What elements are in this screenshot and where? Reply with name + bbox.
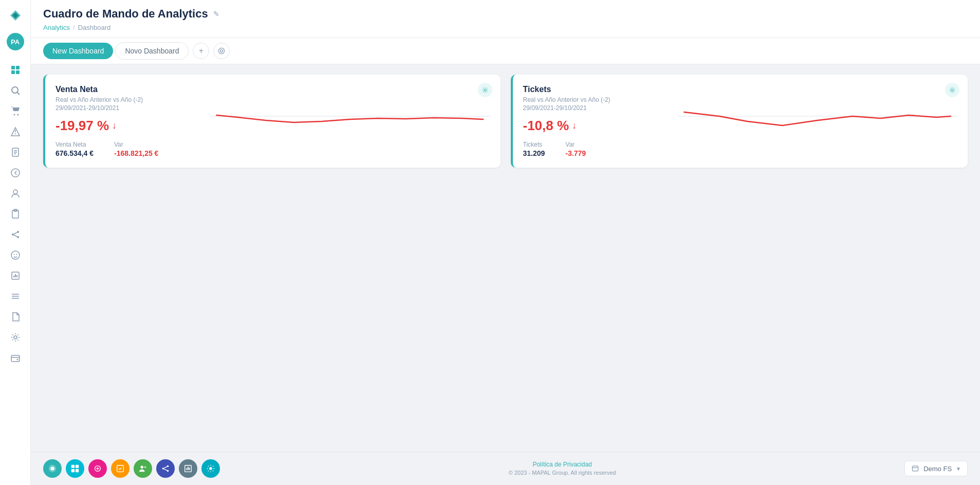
app-icon-reports[interactable]: [179, 459, 197, 478]
svg-point-7: [17, 114, 19, 116]
svg-point-62: [209, 467, 212, 470]
cart-icon[interactable]: [6, 102, 25, 120]
svg-point-55: [167, 470, 169, 472]
svg-point-36: [220, 50, 223, 52]
svg-rect-63: [913, 466, 918, 471]
svg-point-19: [17, 236, 19, 238]
card2-subtitle: Real vs Año Anterior vs Año (-2): [523, 96, 677, 103]
grid-icon[interactable]: [6, 61, 25, 79]
svg-rect-45: [71, 469, 75, 472]
svg-rect-43: [71, 465, 75, 468]
wallet-icon[interactable]: [6, 349, 25, 367]
edit-icon[interactable]: ✎: [213, 10, 219, 18]
app-icon-dashboard[interactable]: [66, 459, 84, 478]
card-settings-icon-1[interactable]: [478, 83, 492, 97]
card2-label2: Var: [565, 141, 586, 148]
breadcrumb-separator: /: [73, 24, 75, 31]
card1-value2: -168.821,25 €: [114, 149, 158, 157]
doc-icon[interactable]: [6, 143, 25, 161]
avatar[interactable]: PA: [7, 33, 24, 50]
sidebar: PA €: [0, 0, 31, 485]
card2-value1: 31.209: [523, 149, 545, 157]
card-settings-icon-2[interactable]: [945, 83, 959, 97]
tab-novo-dashboard[interactable]: Novo Dashboard: [115, 42, 189, 60]
svg-point-22: [11, 251, 20, 259]
tab-new-dashboard[interactable]: New Dashboard: [43, 43, 113, 59]
svg-rect-3: [16, 70, 20, 74]
header: Cuadro de Mando de Analytics ✎ Analytics…: [31, 0, 980, 38]
card1-date: 29/09/2021-29/10/2021: [56, 104, 210, 112]
app-icon-settings[interactable]: [201, 459, 220, 478]
logo[interactable]: [6, 6, 25, 25]
footer-center: Política de Privacidad © 2023 - MAPAL Gr…: [509, 461, 616, 476]
svg-text:€: €: [14, 170, 17, 176]
share-button[interactable]: [213, 43, 230, 59]
svg-line-5: [17, 93, 20, 95]
page-title: Cuadro de Mando de Analytics: [43, 7, 208, 21]
app-icon-menu[interactable]: [88, 459, 107, 478]
card1-label1: Venta Neta: [56, 141, 94, 148]
svg-line-56: [164, 466, 167, 468]
card1-label2: Var: [114, 141, 158, 148]
card2-chart: [677, 101, 958, 142]
footer-apps: [43, 459, 220, 478]
app-icon-analytics[interactable]: [43, 459, 62, 478]
svg-point-52: [144, 466, 146, 469]
card1-data-row: Venta Neta 676.534,4 € Var -168.821,25 €: [56, 141, 210, 157]
card1-subtitle: Real vs Año Anterior vs Año (-2): [56, 96, 210, 103]
report-icon[interactable]: [6, 266, 25, 285]
svg-point-35: [219, 48, 225, 53]
cards-grid: Venta Neta Real vs Año Anterior vs Año (…: [43, 75, 968, 168]
card1-chart: [210, 101, 490, 142]
card-venta-neta: Venta Neta Real vs Año Anterior vs Año (…: [43, 75, 501, 168]
svg-point-18: [17, 231, 19, 233]
svg-point-17: [12, 233, 14, 236]
search-icon[interactable]: [6, 81, 25, 100]
card1-arrow: ↓: [112, 120, 117, 131]
list-icon[interactable]: [6, 287, 25, 306]
breadcrumb-current: Dashboard: [78, 24, 111, 31]
svg-point-39: [951, 89, 953, 91]
app-icon-social[interactable]: [156, 459, 175, 478]
connection-icon[interactable]: [6, 225, 25, 244]
add-tab-button[interactable]: +: [193, 43, 209, 59]
card1-metric: -19,97 % ↓: [56, 118, 210, 134]
svg-point-32: [14, 336, 17, 339]
breadcrumb-parent[interactable]: Analytics: [43, 24, 70, 31]
clipboard-icon[interactable]: [6, 205, 25, 223]
main-content: Cuadro de Mando de Analytics ✎ Analytics…: [31, 0, 980, 485]
card2-date: 29/09/2021-29/10/2021: [523, 104, 677, 112]
svg-point-53: [162, 468, 164, 470]
user-icon[interactable]: [6, 184, 25, 203]
privacy-link[interactable]: Política de Privacidad: [509, 461, 616, 468]
svg-rect-46: [76, 469, 79, 472]
card1-data-item2: Var -168.821,25 €: [114, 141, 158, 157]
svg-point-37: [484, 89, 486, 91]
dropdown-arrow-icon: ▼: [956, 466, 961, 472]
card2-metric: -10,8 % ↓: [523, 118, 677, 134]
card1-title: Venta Neta: [56, 85, 210, 94]
doc2-icon[interactable]: [6, 308, 25, 326]
svg-line-57: [164, 469, 167, 471]
account-selector[interactable]: Demo FS ▼: [904, 461, 968, 476]
settings-icon[interactable]: [6, 328, 25, 347]
app-icon-team[interactable]: [134, 459, 152, 478]
svg-point-42: [50, 466, 54, 470]
card2-value2: -3.779: [565, 149, 586, 157]
coin-icon[interactable]: €: [6, 164, 25, 182]
svg-rect-33: [11, 355, 20, 362]
card2-title: Tickets: [523, 85, 677, 94]
app-icon-tasks[interactable]: [111, 459, 130, 478]
card2-data-item1: Tickets 31.209: [523, 141, 545, 157]
account-name: Demo FS: [923, 465, 952, 473]
svg-rect-44: [76, 465, 79, 468]
alert-icon[interactable]: [6, 122, 25, 141]
card2-label1: Tickets: [523, 141, 545, 148]
card1-value1: 676.534,4 €: [56, 149, 94, 157]
svg-point-4: [12, 87, 18, 93]
svg-line-21: [14, 235, 17, 237]
svg-rect-0: [11, 66, 15, 69]
card2-data-item2: Var -3.779: [565, 141, 586, 157]
card2-data-row: Tickets 31.209 Var -3.779: [523, 141, 677, 157]
face-icon[interactable]: [6, 246, 25, 264]
